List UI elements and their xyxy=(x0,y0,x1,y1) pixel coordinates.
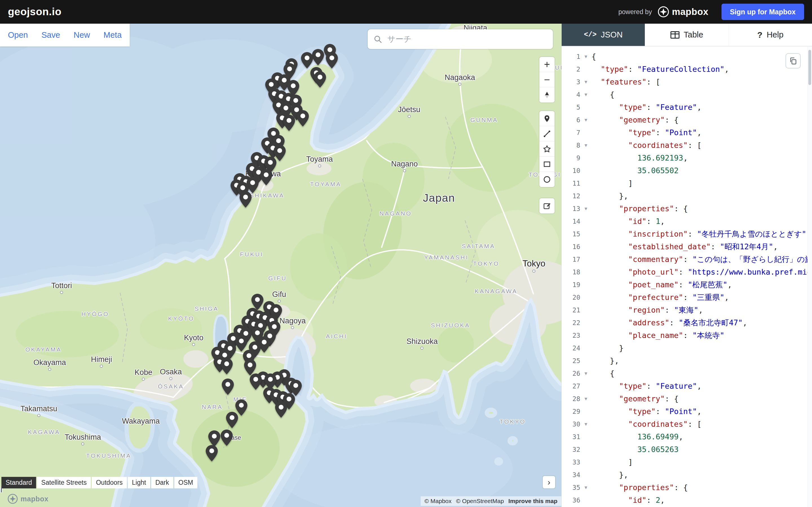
line-tool-button[interactable] xyxy=(539,126,555,142)
scrollbar-thumb[interactable] xyxy=(808,50,811,85)
code-line[interactable]: 17 "commentary": "この句は、「野ざらし紀行」の旅 xyxy=(562,253,812,266)
code-line[interactable]: 27 "type": "Feature", xyxy=(562,380,812,392)
expand-button[interactable]: › xyxy=(543,476,555,489)
code-line[interactable]: 13▾ "properties": { xyxy=(562,202,812,215)
edit-properties-button[interactable] xyxy=(539,198,555,214)
code-line[interactable]: 2 "type": "FeatureCollection", xyxy=(562,63,812,75)
rectangle-tool-button[interactable] xyxy=(539,157,555,172)
fold-arrow-icon[interactable]: ▾ xyxy=(580,484,592,491)
menu-item-new[interactable]: New xyxy=(73,31,90,40)
zoom-out-button[interactable]: − xyxy=(539,72,555,87)
basemap-satellite-streets[interactable]: Satellite Streets xyxy=(37,477,91,489)
code-line[interactable]: 30▾ "coordinates": [ xyxy=(562,418,812,431)
fold-arrow-icon[interactable]: ▾ xyxy=(580,370,592,377)
code-line[interactable]: 26▾ { xyxy=(562,367,812,380)
marker-tool-button[interactable] xyxy=(539,111,555,126)
code-line[interactable]: 24 } xyxy=(562,342,812,354)
basemap-osm[interactable]: OSM xyxy=(174,477,197,489)
code-line[interactable]: 18 "photo_url": "https://www.bunka.pref.… xyxy=(562,266,812,278)
code-line[interactable]: 7 "type": "Point", xyxy=(562,126,812,139)
mapbox-map-logo[interactable]: mapbox xyxy=(7,494,49,504)
code-line[interactable]: 1▾{ xyxy=(562,50,812,63)
chevron-right-icon: › xyxy=(548,477,550,487)
code-line[interactable]: 14 "id": 1, xyxy=(562,215,812,228)
code-line[interactable]: 21 "region": "東海", xyxy=(562,304,812,316)
circle-tool-button[interactable] xyxy=(539,172,555,187)
signup-mapbox-button[interactable]: Sign up for Mapbox xyxy=(721,4,804,20)
code-line[interactable]: 15 "inscription": "冬牡丹千鳥よ雪のほととぎす", xyxy=(562,228,812,240)
tab-help[interactable]: ?Help xyxy=(729,24,812,46)
basemap-light[interactable]: Light xyxy=(128,477,150,489)
menu-item-save[interactable]: Save xyxy=(42,31,60,40)
code-content: { xyxy=(592,90,812,99)
rectangle-icon xyxy=(543,160,551,168)
line-number: 31 xyxy=(562,433,580,441)
basemap-dark[interactable]: Dark xyxy=(151,477,173,489)
code-line[interactable]: 22 "address": "桑名市北寺町47", xyxy=(562,316,812,329)
code-line[interactable]: 28▾ "geometry": { xyxy=(562,392,812,405)
fold-arrow-icon[interactable]: ▾ xyxy=(580,421,592,427)
fold-arrow-icon[interactable]: ▾ xyxy=(580,53,592,60)
fold-arrow-icon[interactable]: ▾ xyxy=(580,91,592,98)
line-number: 4 xyxy=(562,91,580,98)
code-line[interactable]: 16 "established_date": "昭和12年4月", xyxy=(562,240,812,253)
compass-button[interactable] xyxy=(539,87,555,103)
code-line[interactable]: 19 "poet_name": "松尾芭蕉", xyxy=(562,278,812,291)
basemap-outdoors[interactable]: Outdoors xyxy=(92,477,127,489)
code-line[interactable]: 9 136.692193, xyxy=(562,152,812,164)
table-icon xyxy=(670,31,679,39)
fold-arrow-icon[interactable]: ▾ xyxy=(580,142,592,149)
editor-scrollbar[interactable] xyxy=(808,47,812,507)
polygon-tool-button[interactable] xyxy=(539,142,555,157)
line-number: 32 xyxy=(562,446,580,453)
code-line[interactable]: 8▾ "coordinates": [ xyxy=(562,139,812,152)
menu-item-open[interactable]: Open xyxy=(8,31,28,40)
code-line[interactable]: 3▾ "features": [ xyxy=(562,75,812,88)
menu-item-meta[interactable]: Meta xyxy=(103,31,121,40)
map-canvas[interactable] xyxy=(0,24,561,507)
fold-arrow-icon[interactable]: ▾ xyxy=(580,117,592,123)
attribution-mapbox-link[interactable]: © Mapbox xyxy=(424,498,452,504)
code-line[interactable]: 36 "id": 2, xyxy=(562,494,812,506)
code-line[interactable]: 25 }, xyxy=(562,354,812,367)
tab-table[interactable]: Table xyxy=(645,24,728,46)
line-number: 5 xyxy=(562,104,580,111)
code-editor[interactable]: 1▾{2 "type": "FeatureCollection",3▾ "fea… xyxy=(562,47,812,507)
code-line[interactable]: 31 136.69499, xyxy=(562,431,812,443)
mapbox-logo-icon xyxy=(7,494,18,504)
tab-label: Table xyxy=(684,30,703,40)
line-number: 25 xyxy=(562,357,580,364)
search-input[interactable] xyxy=(387,34,547,44)
code-line[interactable]: 4▾ { xyxy=(562,88,812,101)
code-line[interactable]: 11 ] xyxy=(562,177,812,189)
tab-json[interactable]: </>JSON xyxy=(562,24,645,46)
basemap-standard[interactable]: Standard xyxy=(1,477,36,489)
zoom-controls: + − xyxy=(539,57,555,103)
fold-arrow-icon[interactable]: ▾ xyxy=(580,205,592,212)
code-line[interactable]: 10 35.065502 xyxy=(562,164,812,177)
code-content: "type": "Feature", xyxy=(592,103,812,112)
attribution-osm-link[interactable]: © OpenStreetMap xyxy=(456,498,504,504)
polygon-icon xyxy=(543,145,551,153)
code-content: "inscription": "冬牡丹千鳥よ雪のほととぎす", xyxy=(592,229,812,239)
mapbox-logo-text: mapbox xyxy=(20,495,49,503)
marker-icon xyxy=(543,114,551,123)
code-line[interactable]: 35▾ "properties": { xyxy=(562,481,812,494)
code-line[interactable]: 34 }, xyxy=(562,468,812,481)
fold-arrow-icon[interactable]: ▾ xyxy=(580,78,592,85)
code-line[interactable]: 29 "type": "Point", xyxy=(562,405,812,418)
code-content: "geometry": { xyxy=(592,394,812,403)
copy-button[interactable] xyxy=(785,53,801,68)
code-line[interactable]: 33 ] xyxy=(562,456,812,468)
fold-arrow-icon[interactable]: ▾ xyxy=(580,395,592,402)
map-region[interactable]: Japan FUKUSHIMAGUNMATOCHIGITOYAMAISHIKAW… xyxy=(0,24,561,507)
code-line[interactable]: 23 "place_name": "本統寺" xyxy=(562,329,812,342)
zoom-in-button[interactable]: + xyxy=(539,57,555,72)
code-line[interactable]: 6▾ "geometry": { xyxy=(562,114,812,126)
code-line[interactable]: 32 35.065263 xyxy=(562,443,812,456)
code-line[interactable]: 5 "type": "Feature", xyxy=(562,101,812,114)
code-line[interactable]: 12 }, xyxy=(562,189,812,202)
code-content: "coordinates": [ xyxy=(592,420,812,429)
code-line[interactable]: 20 "prefecture": "三重県", xyxy=(562,291,812,304)
improve-map-link[interactable]: Improve this map xyxy=(508,498,557,504)
